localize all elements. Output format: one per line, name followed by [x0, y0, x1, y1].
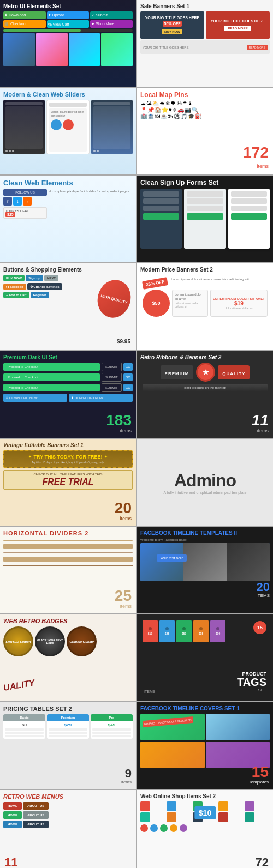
pin-6: 🌩: [170, 101, 176, 106]
horiz-title: HORIZONTAL DIVIDERS 2: [3, 530, 133, 537]
admino-cell: Admino A fully intuitive and graphical a…: [137, 439, 273, 526]
slider-dot-1: [5, 150, 8, 152]
retro-badge-brown: Original Quality: [67, 626, 97, 656]
pricing-badge: 9 items: [121, 768, 132, 785]
pin-row-2: 📍 📌 🏠 ⭐ ♥ ✈ 🚗 📷 🔍: [140, 107, 270, 113]
fb-covers-cell: FACEBOOK TIMELINE COVERS SET 1 NO PHOTOS…: [137, 702, 273, 789]
metro-btn-download: ⬇ Download: [3, 11, 46, 19]
slider-dot-2: [9, 150, 11, 152]
pin-11: 📌: [147, 107, 154, 113]
ribbon-sub-banner: Best products on the market!: [143, 384, 268, 391]
pin-19: 🏥: [140, 114, 147, 119]
slider-dots-1: [5, 150, 43, 152]
star-right: ✦: [104, 455, 108, 459]
ornament-2: ◆: [67, 557, 70, 562]
pricing-basic-price: $9: [5, 722, 44, 727]
shop-item-4: [218, 801, 228, 811]
product-tags-title-box: PRODUCT TAGS SET: [237, 671, 266, 692]
download-icon-2: ⬇: [71, 396, 74, 400]
fb-welcome: Welcome to my Facebook page!: [140, 538, 270, 541]
pricing-preview: Basic $9 Premium $29 Pro: [3, 714, 133, 739]
metro-btn-checkout: 🛒 Checkout: [3, 20, 46, 28]
price-banners-content: 25% OFF Lorem ipsum dolor sit amet conse…: [140, 275, 270, 319]
pricing-row-1: [5, 728, 44, 731]
menu-item-1: HOME ABOUT US: [3, 802, 133, 810]
retro-badges-cell: WEB RETRO BADGES LIMITED Edition PLACE Y…: [0, 614, 136, 701]
pin-18: 🔍: [192, 107, 198, 113]
shop-circle-icons: [140, 824, 270, 832]
sale-banner-dark: YOUR BIG TITLE GOES HERE 50% OFF BUY NOW: [140, 11, 204, 39]
price-banners-cell: Modern Price Banners Set 2 25% OFF Lorem…: [137, 263, 273, 350]
slider-dots-3: [93, 150, 130, 152]
fb-covers-text: Templates: [249, 780, 269, 785]
pricing-card-premium: Premium $29: [47, 714, 89, 739]
fb-preview: Welcome to my Facebook page! Your text h…: [140, 538, 270, 598]
pin-9: 🌡: [188, 101, 193, 106]
form-field-9: [231, 206, 267, 211]
check-out-text: CHECK OUT ALL THE FEATURES WITH THIS: [6, 473, 130, 476]
pin-13: ⭐: [162, 107, 168, 113]
pin-2: 🌤: [146, 101, 152, 106]
dark-btn-row-3: Proceed to Checkout SUBMIT GO: [3, 383, 133, 392]
metro-ui-cell: Metro UI Elements Set ⬇ Download ⬆ Uploa…: [0, 0, 136, 87]
metro-progress: [3, 29, 133, 32]
cover-item-2: [206, 714, 270, 740]
go-btn-1: GO: [123, 363, 133, 371]
ornament-1: ❖: [66, 544, 70, 549]
pricing-basic-body: $9: [3, 721, 45, 739]
slider-icons-2: [51, 119, 85, 130]
tags-set-label: SET: [237, 688, 266, 692]
pricing-tables-cell: PRICING TABLES SET 2 Basic $9 Premium $2…: [0, 702, 136, 789]
clean-web-title: Clean Web Elements: [3, 179, 133, 187]
fb-cover: [140, 543, 270, 581]
high-quality-text: HIGH QUALITY: [100, 293, 128, 304]
pin-10: 📍: [140, 107, 147, 113]
price-tag-box-1: Lorem ipsum dolor sit amet dolor sit ame…: [172, 290, 208, 317]
menu-tab-about-3: ABOUT US: [23, 821, 49, 828]
slider-nav-1: [5, 102, 43, 105]
form-field-4: [187, 191, 223, 197]
premium-dark-items-num: 183: [106, 413, 132, 428]
tag-price-5: $99: [216, 632, 220, 635]
slider-nav-3: [93, 102, 130, 105]
form-field-2: [143, 198, 179, 204]
fb-items-num: 20: [257, 581, 270, 593]
sale-banners-title: Sale Banners Set 1: [140, 3, 270, 9]
shop-items-num: 72: [256, 857, 269, 868]
clean-signup-title: Clean Sign Up Forms Set: [140, 179, 270, 186]
retro-badges-title: WEB RETRO BADGES: [3, 618, 133, 624]
vintage-tagline: Try it for 10 days. If you like it, buy …: [7, 461, 129, 464]
ribbon-left: PREMIUM: [161, 365, 194, 379]
fifty-off: 50% OFF: [163, 21, 182, 27]
sale-banner-big-title-2: YOUR BIG TITLE GOES HERE: [211, 19, 265, 23]
pricing-pro-header: Pro: [91, 714, 133, 721]
twitter-icon: t: [13, 197, 22, 206]
pricing-items-num: 9: [121, 768, 132, 780]
premium-dark-cell: Premium Dark UI Set Proceed to Checkout …: [0, 351, 136, 438]
pin-14: ♥: [169, 107, 172, 113]
slider-content-3: [93, 106, 130, 149]
metro-btn-shop: ★ Shop More: [90, 20, 133, 28]
clean-web-content: FOLLOW US f t r TODAY'S DEAL $25 A compl…: [3, 189, 133, 219]
tags-visual: $10 $25 $50 $15 $99: [143, 620, 268, 642]
tags-big-label: TAGS: [237, 677, 266, 688]
product-tags-items-num: 15: [257, 625, 263, 630]
premium-dark-items-text: items: [106, 428, 132, 433]
pricing-row-4: [49, 728, 87, 731]
pricing-row-2: [5, 732, 44, 734]
facebook-btn: f Facebook: [3, 284, 26, 290]
pin-20: 🏦: [147, 114, 154, 119]
checkout-btn-2: Proceed to Checkout: [3, 373, 100, 381]
tag-price-3: $50: [182, 632, 186, 635]
fb-items-badge: 20 ITEMS: [257, 581, 270, 598]
slider-icon-circle-2: [63, 119, 74, 130]
free-trial-text: FREE TRIAL: [6, 477, 130, 487]
fb-covers-title: FACEBOOK TIMELINE COVERS SET 1: [140, 706, 270, 712]
metro-img-4: [101, 33, 133, 66]
map-pins-num: 172: [243, 144, 269, 161]
slider-box-1: [3, 100, 45, 154]
vintage-try-banner: ✦ TRY THIS TODAY, FOR FREE! ✦ Try it for…: [3, 450, 133, 468]
fb-covers-num: 15: [249, 764, 269, 780]
horiz-items-num: 25: [115, 588, 132, 604]
pin-25: 🎵: [181, 114, 187, 119]
